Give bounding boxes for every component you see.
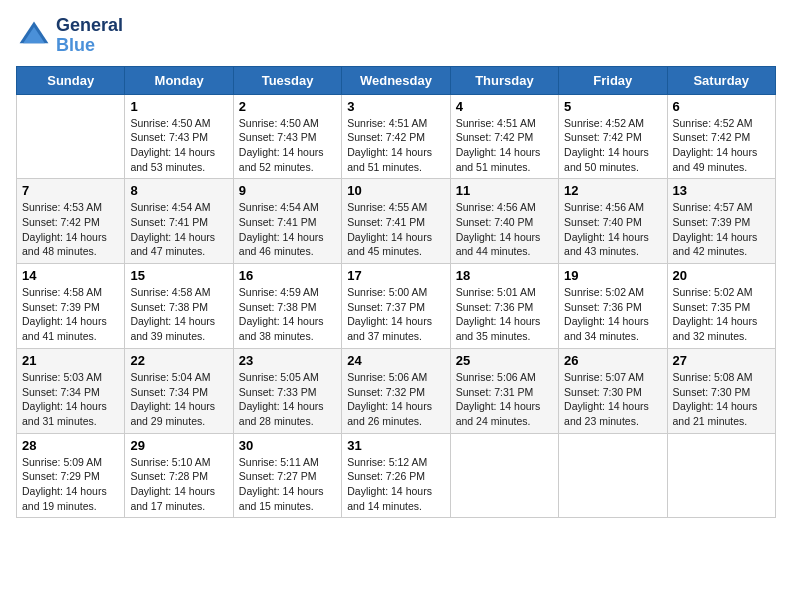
calendar-cell: 13Sunrise: 4:57 AMSunset: 7:39 PMDayligh… — [667, 179, 775, 264]
cell-info: Sunrise: 4:58 AMSunset: 7:38 PMDaylight:… — [130, 285, 227, 344]
calendar-cell: 14Sunrise: 4:58 AMSunset: 7:39 PMDayligh… — [17, 264, 125, 349]
cell-info: Sunrise: 4:51 AMSunset: 7:42 PMDaylight:… — [347, 116, 444, 175]
calendar-cell: 2Sunrise: 4:50 AMSunset: 7:43 PMDaylight… — [233, 94, 341, 179]
week-row-2: 7Sunrise: 4:53 AMSunset: 7:42 PMDaylight… — [17, 179, 776, 264]
calendar-cell: 11Sunrise: 4:56 AMSunset: 7:40 PMDayligh… — [450, 179, 558, 264]
date-number: 27 — [673, 353, 770, 368]
cell-info: Sunrise: 5:06 AMSunset: 7:31 PMDaylight:… — [456, 370, 553, 429]
calendar-cell: 31Sunrise: 5:12 AMSunset: 7:26 PMDayligh… — [342, 433, 450, 518]
cell-info: Sunrise: 5:02 AMSunset: 7:36 PMDaylight:… — [564, 285, 661, 344]
date-number: 19 — [564, 268, 661, 283]
cell-info: Sunrise: 5:07 AMSunset: 7:30 PMDaylight:… — [564, 370, 661, 429]
date-number: 7 — [22, 183, 119, 198]
calendar-cell: 8Sunrise: 4:54 AMSunset: 7:41 PMDaylight… — [125, 179, 233, 264]
cell-info: Sunrise: 5:12 AMSunset: 7:26 PMDaylight:… — [347, 455, 444, 514]
date-number: 14 — [22, 268, 119, 283]
calendar-cell: 15Sunrise: 4:58 AMSunset: 7:38 PMDayligh… — [125, 264, 233, 349]
date-number: 30 — [239, 438, 336, 453]
cell-info: Sunrise: 4:53 AMSunset: 7:42 PMDaylight:… — [22, 200, 119, 259]
calendar-cell: 18Sunrise: 5:01 AMSunset: 7:36 PMDayligh… — [450, 264, 558, 349]
date-number: 9 — [239, 183, 336, 198]
date-number: 18 — [456, 268, 553, 283]
calendar-cell: 23Sunrise: 5:05 AMSunset: 7:33 PMDayligh… — [233, 348, 341, 433]
week-row-3: 14Sunrise: 4:58 AMSunset: 7:39 PMDayligh… — [17, 264, 776, 349]
week-row-1: 1Sunrise: 4:50 AMSunset: 7:43 PMDaylight… — [17, 94, 776, 179]
cell-info: Sunrise: 5:04 AMSunset: 7:34 PMDaylight:… — [130, 370, 227, 429]
cell-info: Sunrise: 5:05 AMSunset: 7:33 PMDaylight:… — [239, 370, 336, 429]
logo-text: General Blue — [56, 16, 123, 56]
cell-info: Sunrise: 5:06 AMSunset: 7:32 PMDaylight:… — [347, 370, 444, 429]
date-number: 21 — [22, 353, 119, 368]
cell-info: Sunrise: 4:57 AMSunset: 7:39 PMDaylight:… — [673, 200, 770, 259]
date-number: 13 — [673, 183, 770, 198]
date-number: 10 — [347, 183, 444, 198]
calendar-cell: 26Sunrise: 5:07 AMSunset: 7:30 PMDayligh… — [559, 348, 667, 433]
cell-info: Sunrise: 5:03 AMSunset: 7:34 PMDaylight:… — [22, 370, 119, 429]
week-row-4: 21Sunrise: 5:03 AMSunset: 7:34 PMDayligh… — [17, 348, 776, 433]
cell-info: Sunrise: 4:59 AMSunset: 7:38 PMDaylight:… — [239, 285, 336, 344]
page-header: General Blue — [16, 16, 776, 56]
date-number: 29 — [130, 438, 227, 453]
cell-info: Sunrise: 4:55 AMSunset: 7:41 PMDaylight:… — [347, 200, 444, 259]
calendar-cell: 19Sunrise: 5:02 AMSunset: 7:36 PMDayligh… — [559, 264, 667, 349]
cell-info: Sunrise: 5:02 AMSunset: 7:35 PMDaylight:… — [673, 285, 770, 344]
date-number: 11 — [456, 183, 553, 198]
date-number: 4 — [456, 99, 553, 114]
date-number: 12 — [564, 183, 661, 198]
date-number: 20 — [673, 268, 770, 283]
date-number: 5 — [564, 99, 661, 114]
cell-info: Sunrise: 4:50 AMSunset: 7:43 PMDaylight:… — [239, 116, 336, 175]
cell-info: Sunrise: 4:54 AMSunset: 7:41 PMDaylight:… — [130, 200, 227, 259]
calendar-cell: 22Sunrise: 5:04 AMSunset: 7:34 PMDayligh… — [125, 348, 233, 433]
cell-info: Sunrise: 4:52 AMSunset: 7:42 PMDaylight:… — [564, 116, 661, 175]
cell-info: Sunrise: 5:11 AMSunset: 7:27 PMDaylight:… — [239, 455, 336, 514]
calendar-cell — [17, 94, 125, 179]
calendar-cell: 5Sunrise: 4:52 AMSunset: 7:42 PMDaylight… — [559, 94, 667, 179]
cell-info: Sunrise: 4:54 AMSunset: 7:41 PMDaylight:… — [239, 200, 336, 259]
calendar-cell: 25Sunrise: 5:06 AMSunset: 7:31 PMDayligh… — [450, 348, 558, 433]
date-number: 24 — [347, 353, 444, 368]
date-number: 26 — [564, 353, 661, 368]
calendar-cell: 1Sunrise: 4:50 AMSunset: 7:43 PMDaylight… — [125, 94, 233, 179]
calendar-cell: 20Sunrise: 5:02 AMSunset: 7:35 PMDayligh… — [667, 264, 775, 349]
day-header-wednesday: Wednesday — [342, 66, 450, 94]
calendar-cell: 6Sunrise: 4:52 AMSunset: 7:42 PMDaylight… — [667, 94, 775, 179]
date-number: 6 — [673, 99, 770, 114]
calendar-cell: 3Sunrise: 4:51 AMSunset: 7:42 PMDaylight… — [342, 94, 450, 179]
calendar-cell: 16Sunrise: 4:59 AMSunset: 7:38 PMDayligh… — [233, 264, 341, 349]
calendar-cell: 29Sunrise: 5:10 AMSunset: 7:28 PMDayligh… — [125, 433, 233, 518]
calendar-cell: 9Sunrise: 4:54 AMSunset: 7:41 PMDaylight… — [233, 179, 341, 264]
date-number: 1 — [130, 99, 227, 114]
cell-info: Sunrise: 5:09 AMSunset: 7:29 PMDaylight:… — [22, 455, 119, 514]
date-number: 22 — [130, 353, 227, 368]
cell-info: Sunrise: 4:56 AMSunset: 7:40 PMDaylight:… — [564, 200, 661, 259]
date-number: 25 — [456, 353, 553, 368]
logo: General Blue — [16, 16, 123, 56]
day-header-friday: Friday — [559, 66, 667, 94]
logo-icon — [16, 18, 52, 54]
date-number: 2 — [239, 99, 336, 114]
day-header-monday: Monday — [125, 66, 233, 94]
date-number: 23 — [239, 353, 336, 368]
calendar-cell: 30Sunrise: 5:11 AMSunset: 7:27 PMDayligh… — [233, 433, 341, 518]
calendar-cell: 4Sunrise: 4:51 AMSunset: 7:42 PMDaylight… — [450, 94, 558, 179]
cell-info: Sunrise: 5:01 AMSunset: 7:36 PMDaylight:… — [456, 285, 553, 344]
cell-info: Sunrise: 5:10 AMSunset: 7:28 PMDaylight:… — [130, 455, 227, 514]
header-row: SundayMondayTuesdayWednesdayThursdayFrid… — [17, 66, 776, 94]
cell-info: Sunrise: 4:56 AMSunset: 7:40 PMDaylight:… — [456, 200, 553, 259]
cell-info: Sunrise: 4:52 AMSunset: 7:42 PMDaylight:… — [673, 116, 770, 175]
calendar-cell: 10Sunrise: 4:55 AMSunset: 7:41 PMDayligh… — [342, 179, 450, 264]
calendar-cell: 24Sunrise: 5:06 AMSunset: 7:32 PMDayligh… — [342, 348, 450, 433]
calendar-cell: 27Sunrise: 5:08 AMSunset: 7:30 PMDayligh… — [667, 348, 775, 433]
cell-info: Sunrise: 4:51 AMSunset: 7:42 PMDaylight:… — [456, 116, 553, 175]
cell-info: Sunrise: 4:58 AMSunset: 7:39 PMDaylight:… — [22, 285, 119, 344]
calendar-cell: 17Sunrise: 5:00 AMSunset: 7:37 PMDayligh… — [342, 264, 450, 349]
date-number: 15 — [130, 268, 227, 283]
cell-info: Sunrise: 4:50 AMSunset: 7:43 PMDaylight:… — [130, 116, 227, 175]
date-number: 28 — [22, 438, 119, 453]
calendar-table: SundayMondayTuesdayWednesdayThursdayFrid… — [16, 66, 776, 519]
cell-info: Sunrise: 5:08 AMSunset: 7:30 PMDaylight:… — [673, 370, 770, 429]
day-header-tuesday: Tuesday — [233, 66, 341, 94]
calendar-cell: 21Sunrise: 5:03 AMSunset: 7:34 PMDayligh… — [17, 348, 125, 433]
calendar-cell — [450, 433, 558, 518]
